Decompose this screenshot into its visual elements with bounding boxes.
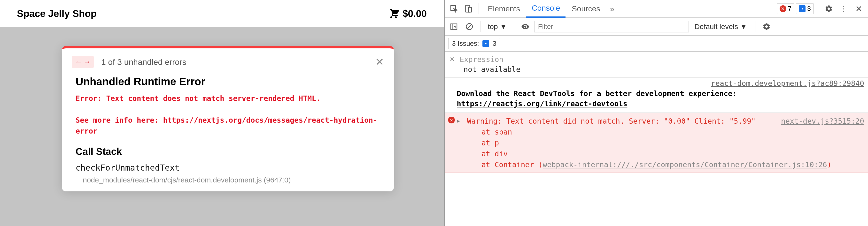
live-expression-icon[interactable] bbox=[519, 20, 532, 33]
cart-button[interactable]: $0.00 bbox=[388, 7, 427, 20]
error-prev-button[interactable]: ← bbox=[74, 58, 83, 66]
expression-value: not available bbox=[464, 65, 863, 73]
issues-icon: ▪ bbox=[483, 40, 489, 47]
cart-total: $0.00 bbox=[403, 8, 427, 19]
log-info-text: Download the React DevTools for a better… bbox=[457, 89, 737, 98]
error-next-button[interactable]: → bbox=[83, 58, 92, 66]
stack-prefix: at Container ( bbox=[482, 160, 543, 169]
error-heading: Unhandled Runtime Error bbox=[75, 75, 380, 88]
separator bbox=[817, 3, 818, 14]
live-expression-row: ✕ Expression not available bbox=[445, 52, 868, 77]
app-title: Space Jelly Shop bbox=[17, 8, 97, 19]
more-tabs-icon[interactable]: » bbox=[607, 4, 618, 13]
tab-elements[interactable]: Elements bbox=[483, 0, 525, 18]
stack-line: at div bbox=[482, 148, 864, 159]
stack-line: at p bbox=[482, 137, 864, 148]
expression-label[interactable]: Expression bbox=[460, 55, 503, 64]
kebab-menu-icon[interactable]: ⋮ bbox=[837, 2, 850, 15]
issues-button[interactable]: 3 Issues: ▪ 3 bbox=[448, 38, 500, 50]
separator bbox=[478, 3, 479, 14]
chevron-down-icon: ▼ bbox=[740, 23, 747, 31]
app-pane: Space Jelly Shop $0.00 ← → 1 of 3 unhand… bbox=[0, 0, 444, 226]
stack-function: checkForUnmatchedText bbox=[75, 163, 380, 172]
log-info-message: Download the React DevTools for a better… bbox=[445, 88, 868, 113]
react-devtools-link[interactable]: https://reactjs.org/link/react-devtools bbox=[457, 99, 627, 108]
tab-sources[interactable]: Sources bbox=[566, 0, 606, 18]
webpack-link[interactable]: webpack-internal:///./src/components/Con… bbox=[543, 160, 827, 169]
stack-suffix: ) bbox=[827, 160, 831, 169]
console-filter-input[interactable] bbox=[534, 21, 689, 32]
error-count-badge[interactable]: ✕ 7 bbox=[777, 3, 795, 14]
stack-line: at span bbox=[482, 127, 864, 137]
console-toolbar: top ▼ Default levels ▼ bbox=[445, 18, 868, 36]
expand-icon[interactable]: ▶ bbox=[457, 118, 460, 124]
console-sidebar-toggle-icon[interactable] bbox=[447, 20, 461, 33]
info-count-badge[interactable]: ▪ 3 bbox=[796, 3, 814, 14]
error-nav: ← → bbox=[72, 56, 94, 68]
issues-bar: 3 Issues: ▪ 3 bbox=[445, 36, 868, 52]
inspect-element-icon[interactable] bbox=[447, 2, 461, 15]
context-selector[interactable]: top ▼ bbox=[485, 23, 509, 31]
info-count: 3 bbox=[807, 5, 811, 12]
separator bbox=[755, 21, 755, 32]
error-counter: 1 of 3 unhandled errors bbox=[101, 57, 186, 67]
log-source-link[interactable]: react-dom.development.js?ac89:29840 bbox=[445, 77, 868, 88]
log-error-message: ✕ ▶ next-dev.js?3515:20 Warning: Text co… bbox=[445, 113, 868, 173]
info-icon: ▪ bbox=[799, 5, 806, 12]
devtools-close-icon[interactable]: ✕ bbox=[852, 2, 866, 15]
callstack-heading: Call Stack bbox=[75, 146, 380, 157]
devtools-tabbar: Elements Console Sources » ✕ 7 ▪ 3 ⋮ ✕ bbox=[445, 0, 868, 18]
devtools-panel: Elements Console Sources » ✕ 7 ▪ 3 ⋮ ✕ bbox=[444, 0, 868, 226]
settings-icon[interactable] bbox=[822, 2, 836, 15]
log-levels-selector[interactable]: Default levels ▼ bbox=[691, 23, 750, 31]
error-icon: ✕ bbox=[780, 5, 786, 12]
device-toolbar-icon[interactable] bbox=[462, 2, 475, 15]
error-icon: ✕ bbox=[448, 117, 455, 123]
separator bbox=[514, 21, 514, 32]
levels-label: Default levels bbox=[694, 23, 738, 31]
error-close-button[interactable]: ✕ bbox=[375, 57, 384, 67]
error-count: 7 bbox=[788, 5, 792, 12]
log-source-link[interactable]: next-dev.js?3515:20 bbox=[781, 116, 864, 127]
stack-source: node_modules/react-dom/cjs/react-dom.dev… bbox=[75, 176, 380, 184]
remove-expression-icon[interactable]: ✕ bbox=[450, 56, 455, 63]
svg-rect-2 bbox=[468, 7, 471, 12]
error-overlay: ← → 1 of 3 unhandled errors ✕ Unhandled … bbox=[62, 46, 394, 191]
stack-line: at Container (webpack-internal:///./src/… bbox=[482, 159, 864, 170]
separator bbox=[480, 21, 481, 32]
issues-count: 3 bbox=[493, 40, 496, 47]
console-settings-icon[interactable] bbox=[760, 20, 773, 33]
app-header: Space Jelly Shop $0.00 bbox=[0, 0, 444, 27]
error-body: Unhandled Runtime Error Error: Text cont… bbox=[62, 71, 394, 191]
context-label: top bbox=[488, 23, 498, 31]
clear-console-icon[interactable] bbox=[463, 20, 476, 33]
console-log: react-dom.development.js?ac89:29840 Down… bbox=[445, 77, 868, 173]
cart-icon bbox=[388, 7, 399, 20]
error-message: Error: Text content does not match serve… bbox=[75, 93, 380, 136]
error-overlay-header: ← → 1 of 3 unhandled errors ✕ bbox=[62, 49, 394, 71]
chevron-down-icon: ▼ bbox=[500, 23, 507, 31]
tab-console[interactable]: Console bbox=[526, 0, 565, 18]
issues-label: 3 Issues: bbox=[452, 40, 479, 47]
